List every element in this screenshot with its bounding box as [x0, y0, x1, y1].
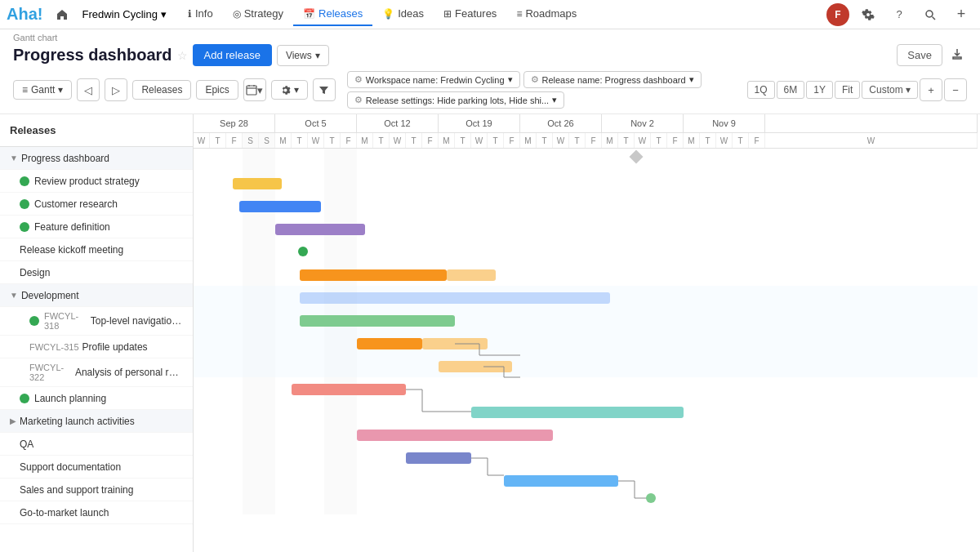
- help-button[interactable]: ?: [887, 2, 911, 27]
- sidebar-item-release-kickoff[interactable]: Release kickoff meeting: [0, 238, 193, 261]
- release-filter-tag[interactable]: ⚙ Release name: Progress dashboard ▾: [523, 71, 702, 88]
- day-cell: S: [243, 133, 259, 148]
- sidebar-item-development[interactable]: ▼ Development: [0, 284, 193, 307]
- gantt-chart-area[interactable]: Sep 28 Oct 5 Oct 12 Oct 19 Oct 26 Nov 2 …: [194, 114, 980, 552]
- zoom-in-button[interactable]: +: [920, 78, 942, 101]
- search-button[interactable]: [918, 2, 942, 27]
- app-logo[interactable]: Aha!: [7, 5, 42, 24]
- redo-button[interactable]: ▷: [105, 78, 127, 101]
- sidebar-item-go-to-market[interactable]: Go-to-market launch: [0, 501, 193, 524]
- date-header: Sep 28 Oct 5 Oct 12 Oct 19 Oct 26 Nov 2 …: [194, 114, 978, 149]
- page-title: Progress dashboard: [13, 46, 172, 65]
- favorite-star-icon[interactable]: ☆: [177, 49, 188, 62]
- day-cell: M: [275, 133, 292, 148]
- left-panel-header: Releases: [0, 114, 193, 147]
- day-cell: F: [667, 133, 684, 148]
- day-cell: W: [308, 133, 324, 148]
- sidebar-item-fwcyl322[interactable]: FWCYL-322 Analysis of personal race g...: [0, 358, 193, 387]
- expand-icon: ▼: [10, 154, 18, 162]
- settings-button[interactable]: [856, 2, 880, 27]
- sidebar-item-feature-definition[interactable]: Feature definition: [0, 216, 193, 238]
- tab-roadmaps[interactable]: ≡ Roadmaps: [506, 2, 586, 26]
- roadmaps-icon: ≡: [516, 8, 522, 20]
- sidebar-item-review-product[interactable]: Review product strategy: [0, 170, 193, 193]
- week-sep28: Sep 28: [194, 114, 275, 132]
- week-row: Sep 28 Oct 5 Oct 12 Oct 19 Oct 26 Nov 2 …: [194, 114, 978, 133]
- sidebar-item-launch-planning[interactable]: Launch planning: [0, 387, 193, 410]
- filter-button[interactable]: [313, 78, 336, 101]
- sidebar-item-marketing-launch[interactable]: ▶ Marketing launch activities: [0, 410, 193, 433]
- gantt-view-button[interactable]: ≡ Gantt ▾: [13, 80, 72, 100]
- tab-strategy[interactable]: ◎ Strategy: [223, 2, 293, 26]
- day-cell: F: [422, 133, 439, 148]
- add-release-button[interactable]: Add release: [193, 44, 272, 66]
- calendar-button[interactable]: ▾: [243, 78, 266, 101]
- tab-info[interactable]: ℹ Info: [178, 2, 223, 26]
- views-chevron-icon: ▾: [315, 50, 320, 61]
- settings2-chevron-icon: ▾: [294, 84, 299, 96]
- gear-icon-3: ⚙: [354, 95, 363, 105]
- filter-configs: ⚙ Workspace name: Fredwin Cycling ▾ ⚙ Re…: [347, 71, 742, 109]
- undo-button[interactable]: ◁: [77, 78, 100, 101]
- tab-releases[interactable]: 📅 Releases: [293, 2, 372, 26]
- save-button[interactable]: Save: [897, 44, 942, 66]
- sidebar-item-customer-research[interactable]: Customer research: [0, 193, 193, 216]
- sidebar-item-support-docs[interactable]: Support documentation: [0, 456, 193, 479]
- item-label: Marketing launch activities: [20, 416, 135, 427]
- sidebar-item-fwcyl315[interactable]: FWCYL-315 Profile updates: [0, 336, 193, 358]
- sidebar-item-design[interactable]: Design: [0, 261, 193, 284]
- sub-header: Gantt chart Progress dashboard ☆ Add rel…: [0, 29, 980, 66]
- add-button[interactable]: +: [949, 2, 973, 27]
- gear-icon-2: ⚙: [531, 74, 539, 85]
- sidebar-item-progress-dashboard[interactable]: ▼ Progress dashboard: [0, 147, 193, 170]
- gantt-row-sales: [194, 469, 978, 492]
- day-cell: T: [618, 133, 635, 148]
- sidebar-item-qa[interactable]: QA: [0, 433, 193, 456]
- gantt-row-gtm: [194, 492, 978, 514]
- svg-point-0: [926, 11, 933, 17]
- item-code: FWCYL-318: [44, 311, 87, 331]
- title-actions-row: Progress dashboard ☆ Add release Views ▾…: [13, 44, 967, 66]
- workspace-selector[interactable]: Fredwin Cycling ▾: [75, 5, 172, 24]
- sidebar-item-fwcyl318[interactable]: FWCYL-318 Top-level navigation re...: [0, 307, 193, 336]
- day-cell: M: [602, 133, 618, 148]
- epics-button[interactable]: Epics: [196, 80, 238, 100]
- week-oct5: Oct 5: [275, 114, 357, 132]
- home-button[interactable]: [51, 3, 74, 26]
- settings-button-2[interactable]: ▾: [271, 80, 308, 100]
- item-label: Review product strategy: [34, 176, 140, 187]
- workspace-filter-tag[interactable]: ⚙ Workspace name: Fredwin Cycling ▾: [347, 71, 520, 88]
- zoom-custom-button[interactable]: Custom ▾: [862, 81, 918, 99]
- gantt-row-qa: [194, 423, 978, 446]
- zoom-out-button[interactable]: −: [944, 78, 967, 101]
- item-label: QA: [20, 438, 33, 450]
- day-cell: M: [684, 133, 700, 148]
- export-button[interactable]: [947, 44, 967, 66]
- day-cell: F: [504, 133, 520, 148]
- item-label: Sales and support training: [20, 484, 133, 496]
- tab-features[interactable]: ⊞ Features: [434, 2, 506, 26]
- gear-icon: ⚙: [354, 74, 363, 85]
- tab-ideas[interactable]: 💡 Ideas: [372, 2, 434, 26]
- day-cell: M: [439, 133, 455, 148]
- day-cell: W: [194, 133, 210, 148]
- item-label: Customer research: [34, 198, 118, 210]
- week-oct26: Oct 26: [520, 114, 602, 132]
- sidebar-item-sales-training[interactable]: Sales and support training: [0, 479, 193, 501]
- settings-filter-tag[interactable]: ⚙ Release settings: Hide parking lots, H…: [347, 91, 564, 109]
- views-button[interactable]: Views ▾: [277, 45, 329, 66]
- zoom-controls: 1Q 6M 1Y Fit Custom ▾ + −: [747, 78, 967, 101]
- avatar[interactable]: F: [826, 3, 849, 26]
- zoom-6m-button[interactable]: 6M: [777, 81, 805, 99]
- zoom-1q-button[interactable]: 1Q: [747, 81, 775, 99]
- day-cell: W: [635, 133, 651, 148]
- day-cell: T: [651, 133, 667, 148]
- zoom-1y-button[interactable]: 1Y: [806, 81, 833, 99]
- day-cell: T: [488, 133, 504, 148]
- day-cell: T: [455, 133, 471, 148]
- toolbar: ≡ Gantt ▾ ◁ ▷ Releases Epics ▾ ▾ ⚙ Works…: [0, 66, 980, 114]
- item-label: Go-to-market launch: [20, 507, 109, 519]
- releases-button[interactable]: Releases: [132, 80, 191, 100]
- zoom-fit-button[interactable]: Fit: [835, 81, 860, 99]
- day-cell: F: [341, 133, 357, 148]
